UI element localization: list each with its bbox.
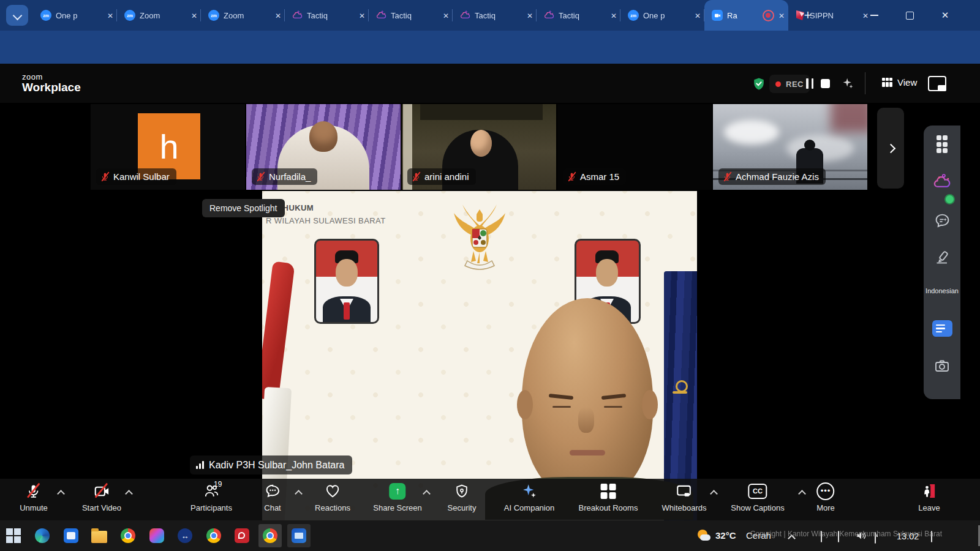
highlighter-icon[interactable]: [924, 249, 960, 265]
security-button[interactable]: Security: [448, 482, 477, 512]
breakout-rooms-icon: [600, 482, 616, 500]
tab-title: Zoom: [224, 11, 271, 20]
browser-tab-4[interactable]: Tactiq: [285, 0, 369, 31]
audio-signal-icon: [196, 461, 204, 469]
share-screen-button[interactable]: Share Screen: [373, 482, 422, 512]
close-icon[interactable]: [611, 11, 617, 20]
browser-tab-5[interactable]: Tactiq: [369, 0, 453, 31]
ai-chat-icon[interactable]: [924, 212, 960, 229]
tab-search-button[interactable]: [6, 5, 28, 26]
close-icon[interactable]: [191, 11, 197, 20]
chevron-down-icon: [12, 10, 22, 20]
new-tab-button[interactable]: [799, 7, 816, 24]
acrobat-icon[interactable]: [234, 528, 250, 544]
tactiq-favicon: [460, 10, 470, 21]
close-icon[interactable]: [275, 11, 281, 20]
mail-app-icon[interactable]: [63, 528, 79, 544]
slide-heading-line2: R WILAYAH SULAWESI BARAT: [266, 216, 386, 225]
muted-mic-icon: [567, 171, 576, 182]
browser-tab-7[interactable]: Tactiq: [537, 0, 620, 31]
tab-recording-indicator: [763, 10, 774, 21]
captions-options-chevron[interactable]: [799, 488, 805, 499]
close-icon[interactable]: [359, 11, 365, 20]
tactiq-cloud-icon[interactable]: [924, 173, 960, 192]
whiteboard-options-chevron[interactable]: [711, 488, 717, 499]
participant-tile-kanwil-sulbar[interactable]: h Kanwil Sulbar: [91, 104, 245, 190]
chat-options-chevron[interactable]: [296, 488, 301, 499]
participant-face: [470, 130, 492, 157]
breakout-rooms-button[interactable]: Breakout Rooms: [579, 482, 638, 512]
remove-spotlight-tooltip[interactable]: Remove Spotlight: [202, 199, 285, 217]
leave-button[interactable]: Leave: [918, 482, 940, 512]
zoom-toolbar: Unmute Start Video 19 Participants Chat …: [0, 479, 980, 520]
flag-gold-emblem: [673, 380, 687, 399]
start-button[interactable]: [6, 528, 21, 544]
whiteboards-button[interactable]: Whiteboards: [662, 482, 707, 512]
apps-grid-icon[interactable]: [924, 135, 960, 153]
participant-tile-asmar-15[interactable]: Asmar 15: [557, 104, 712, 190]
president-portrait: [314, 239, 379, 324]
participant-tile-nurfadila[interactable]: Nurfadila_: [246, 104, 401, 190]
audio-options-chevron[interactable]: [58, 488, 64, 499]
portrait-face: [336, 259, 358, 287]
language-label[interactable]: Indonesian: [924, 287, 960, 294]
portrait-face: [596, 259, 618, 287]
browser-tab-active[interactable]: Ra: [704, 0, 788, 31]
weather-icon[interactable]: [696, 528, 712, 544]
more-dots-icon: [817, 482, 835, 500]
window-maximize-button[interactable]: [895, 0, 924, 31]
security-shield-icon: [454, 482, 470, 500]
more-button[interactable]: More: [816, 482, 835, 512]
transcript-icon[interactable]: [924, 320, 960, 337]
browser-tab-2[interactable]: Zoom: [117, 0, 201, 31]
speaker-eye: [552, 406, 571, 408]
temperature-label[interactable]: 32°C: [715, 530, 736, 541]
unmute-button[interactable]: Unmute: [20, 482, 48, 512]
reactions-button[interactable]: Reactions: [315, 482, 350, 512]
meeting-security-shield-icon[interactable]: [752, 77, 766, 91]
close-icon[interactable]: [778, 11, 785, 20]
browser-tab-6[interactable]: Tactiq: [453, 0, 537, 31]
edge-icon[interactable]: [34, 528, 50, 544]
close-icon[interactable]: [527, 11, 533, 20]
stop-recording-button[interactable]: [821, 79, 830, 88]
window-close-button[interactable]: [931, 0, 959, 31]
start-video-button[interactable]: Start Video: [82, 482, 121, 512]
zoom-logo: zoom: [22, 72, 43, 81]
teamviewer-icon[interactable]: [177, 528, 193, 544]
window-minimize-button[interactable]: [860, 0, 888, 31]
speaker-figure: [522, 298, 653, 506]
participant-tile-arini-andini[interactable]: arini andini: [402, 104, 556, 190]
browser-toolbar: app.zoom.us/wc/92006261484/start?ampDevi…: [0, 31, 980, 64]
ai-companion-button[interactable]: AI Companion: [504, 482, 554, 512]
copilot-icon[interactable]: [149, 528, 165, 544]
chat-button[interactable]: Chat: [264, 482, 281, 512]
chevron-right-icon: [886, 143, 895, 153]
chrome-icon-active[interactable]: [262, 528, 278, 544]
zoom-favicon: [628, 10, 639, 21]
chrome-icon-2[interactable]: [206, 528, 222, 544]
participants-button[interactable]: 19 Participants: [190, 482, 232, 512]
share-options-chevron[interactable]: [424, 488, 429, 499]
next-participants-button[interactable]: [877, 108, 904, 189]
video-options-chevron[interactable]: [126, 488, 132, 499]
browser-tab-1[interactable]: One p: [33, 0, 117, 31]
status-badge: [944, 194, 955, 204]
background-structure: [831, 104, 867, 132]
close-icon[interactable]: [695, 11, 701, 20]
file-explorer-icon[interactable]: [91, 528, 107, 544]
word-icon[interactable]: [291, 528, 307, 544]
close-icon[interactable]: [107, 11, 113, 20]
ai-companion-header-icon[interactable]: [842, 77, 854, 89]
pause-recording-button[interactable]: [804, 78, 816, 89]
screenshot-camera-icon[interactable]: [924, 358, 960, 374]
chrome-icon[interactable]: [120, 528, 136, 544]
view-button[interactable]: View: [882, 77, 917, 88]
picture-in-picture-icon[interactable]: [928, 76, 946, 91]
participant-tile-achmad-fauzie-azis[interactable]: Achmad Fauzie Azis: [713, 104, 867, 190]
browser-tab-3[interactable]: Zoom: [201, 0, 285, 31]
header-divider: [865, 72, 865, 94]
browser-tab-8[interactable]: One p: [620, 0, 704, 31]
show-captions-button[interactable]: Show Captions: [731, 482, 784, 512]
close-icon[interactable]: [443, 11, 449, 20]
